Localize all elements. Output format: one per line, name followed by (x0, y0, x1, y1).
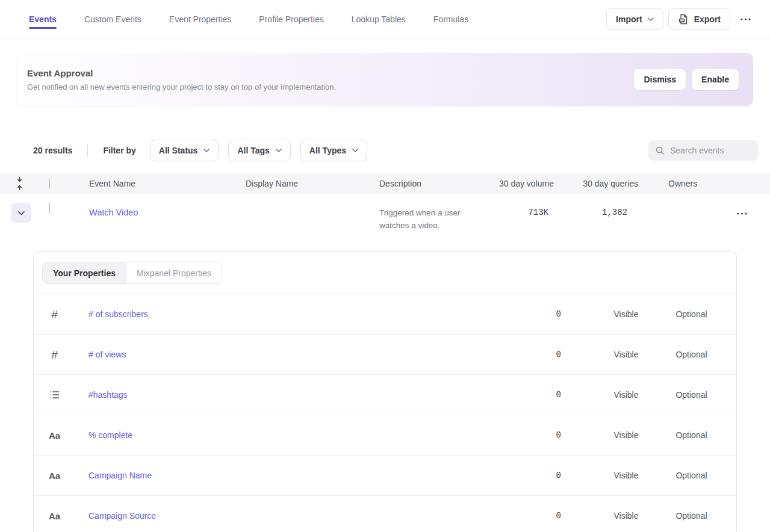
event-name-link[interactable]: Watch Video (89, 203, 138, 217)
tab-your-properties[interactable]: Your Properties (43, 262, 126, 283)
property-name-link[interactable]: # of subscribers (88, 309, 148, 319)
property-visibility: Visible (578, 309, 674, 319)
tab-event-properties-label: Event Properties (169, 14, 232, 24)
types-filter-label: All Types (309, 146, 346, 155)
search-events-box (648, 140, 758, 161)
banner-text: Event Approval Get notified on all new e… (27, 68, 634, 91)
event-description: Triggered when a user watches a video. (368, 203, 483, 232)
number-icon: # (51, 309, 58, 320)
enable-button[interactable]: Enable (692, 69, 739, 90)
tab-profile-properties[interactable]: Profile Properties (259, 0, 323, 39)
list-icon (50, 391, 60, 399)
property-name-link[interactable]: % complete (88, 430, 132, 440)
property-count: 0 (477, 350, 561, 359)
table-header: Event Name Display Name Description 30 d… (0, 173, 770, 194)
svg-text:csv: csv (680, 19, 685, 22)
row-checkbox[interactable] (49, 202, 50, 214)
top-navigation: Events Custom Events Event Properties Pr… (0, 0, 770, 39)
header-event-name: Event Name (78, 179, 235, 188)
properties-list: # # of subscribers 0 Visible Optional # … (34, 294, 736, 532)
chevron-down-icon (18, 211, 25, 215)
search-input[interactable] (670, 146, 751, 155)
import-button[interactable]: Import (606, 8, 663, 30)
tab-event-properties[interactable]: Event Properties (169, 0, 232, 39)
export-button-label: Export (694, 14, 721, 24)
tags-filter-label: All Tags (237, 146, 269, 155)
tab-profile-properties-label: Profile Properties (259, 14, 323, 24)
property-name-link[interactable]: Campaign Source (88, 511, 156, 521)
nav-tabs: Events Custom Events Event Properties Pr… (29, 0, 468, 39)
property-name-link[interactable]: Campaign Name (88, 471, 152, 480)
property-row: Aa Campaign Source 0 Visible Optional (34, 496, 736, 532)
text-icon: Aa (49, 471, 60, 481)
event-row-watch-video: Watch Video Triggered when a user watche… (0, 194, 770, 241)
tab-events-label: Events (29, 14, 57, 24)
text-icon: Aa (49, 430, 60, 441)
row-more-options-button[interactable] (736, 209, 748, 218)
chevron-down-icon (276, 149, 282, 152)
property-row: #hashtags 0 Visible Optional (34, 375, 736, 415)
property-requirement: Optional (674, 471, 736, 480)
event-30-day-queries: 1,382 (554, 203, 638, 217)
tab-custom-events-label: Custom Events (84, 14, 141, 24)
collapse-row-button[interactable] (11, 203, 31, 223)
results-count: 20 results (33, 146, 72, 155)
property-count: 0 (477, 511, 561, 521)
text-icon: Aa (49, 511, 60, 521)
types-filter-dropdown[interactable]: All Types (300, 140, 367, 161)
select-all-checkbox[interactable] (49, 178, 50, 189)
property-visibility: Visible (578, 511, 674, 521)
tab-custom-events[interactable]: Custom Events (84, 0, 141, 39)
filter-bar: 20 results Filter by All Status All Tags… (33, 140, 758, 161)
header-owners: Owners (638, 179, 716, 188)
tab-lookup-tables-label: Lookup Tables (352, 14, 406, 24)
tab-formulas[interactable]: Formulas (433, 0, 468, 39)
property-requirement: Optional (674, 430, 736, 440)
property-requirement: Optional (674, 309, 736, 319)
banner-actions: Dismiss Enable (634, 69, 739, 90)
property-requirement: Optional (674, 390, 736, 400)
more-options-button[interactable] (735, 8, 756, 30)
tab-lookup-tables[interactable]: Lookup Tables (352, 0, 406, 39)
property-visibility: Visible (578, 350, 674, 359)
search-icon (655, 146, 665, 155)
chevron-down-icon (352, 149, 358, 152)
property-visibility: Visible (578, 471, 674, 480)
import-button-label: Import (616, 14, 642, 24)
property-requirement: Optional (674, 350, 736, 359)
tab-formulas-label: Formulas (433, 14, 468, 24)
property-requirement: Optional (674, 511, 736, 521)
banner-title: Event Approval (27, 68, 634, 78)
dismiss-button[interactable]: Dismiss (634, 69, 686, 90)
collapse-all-icon[interactable] (0, 177, 39, 190)
tags-filter-dropdown[interactable]: All Tags (228, 140, 290, 161)
property-count: 0 (477, 309, 561, 319)
property-row: # # of subscribers 0 Visible Optional (34, 294, 736, 335)
tab-mixpanel-properties[interactable]: Mixpanel Properties (126, 262, 222, 283)
property-row: Aa % complete 0 Visible Optional (34, 415, 736, 456)
csv-file-icon: csv (678, 14, 689, 25)
property-count: 0 (477, 390, 561, 400)
status-filter-dropdown[interactable]: All Status (150, 140, 219, 161)
property-row: # # of views 0 Visible Optional (34, 335, 736, 375)
property-row: Aa Campaign Name 0 Visible Optional (34, 456, 736, 496)
header-display-name: Display Name (235, 179, 368, 188)
properties-tab-switcher: Your Properties Mixpanel Properties (42, 262, 222, 284)
ellipsis-icon (741, 18, 751, 20)
property-count: 0 (477, 471, 561, 480)
ellipsis-icon (737, 212, 747, 215)
property-visibility: Visible (578, 390, 674, 400)
property-name-link[interactable]: # of views (88, 350, 126, 359)
export-button[interactable]: csv Export (668, 8, 730, 30)
banner-description: Get notified on all new events entering … (27, 82, 634, 91)
tab-events[interactable]: Events (29, 0, 57, 39)
divider (87, 144, 88, 157)
property-visibility: Visible (578, 430, 674, 440)
header-30-day-queries: 30 day queries (554, 179, 638, 188)
property-name-link[interactable]: #hashtags (88, 390, 128, 400)
header-30-day-volume: 30 day volume (483, 179, 554, 188)
chevron-down-icon (203, 149, 210, 152)
status-filter-label: All Status (159, 146, 198, 155)
property-count: 0 (477, 430, 561, 440)
number-icon: # (51, 349, 58, 360)
